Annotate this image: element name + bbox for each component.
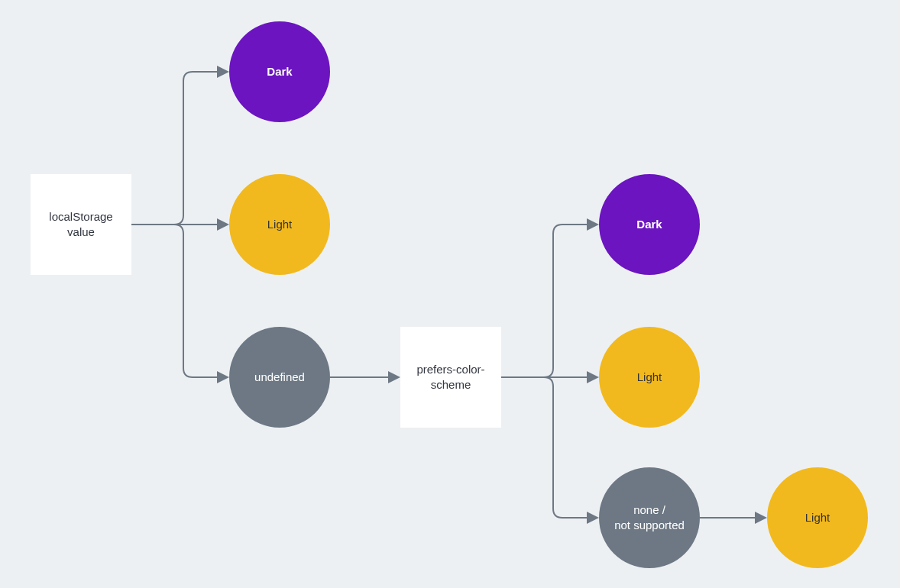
- node-label: prefers-color-scheme: [406, 362, 495, 393]
- node-pcs-light: Light: [599, 327, 700, 428]
- node-label: Dark: [267, 64, 292, 79]
- node-label: Light: [637, 370, 662, 385]
- node-label: undefined: [254, 370, 305, 385]
- node-light: Light: [229, 174, 330, 275]
- node-label: none / not supported: [614, 502, 685, 534]
- node-label: Dark: [636, 217, 662, 232]
- node-undefined: undefined: [229, 327, 330, 428]
- node-default-light: Light: [767, 467, 868, 568]
- node-label: Light: [267, 217, 293, 232]
- node-dark: Dark: [229, 21, 330, 122]
- connector-layer: [0, 0, 900, 588]
- node-label: Light: [805, 510, 830, 525]
- node-prefers-color-scheme: prefers-color-scheme: [400, 327, 501, 428]
- node-label: localStorage value: [37, 209, 125, 241]
- node-pcs-none: none / not supported: [599, 467, 700, 568]
- node-pcs-dark: Dark: [599, 174, 700, 275]
- node-localstorage-value: localStorage value: [31, 174, 131, 275]
